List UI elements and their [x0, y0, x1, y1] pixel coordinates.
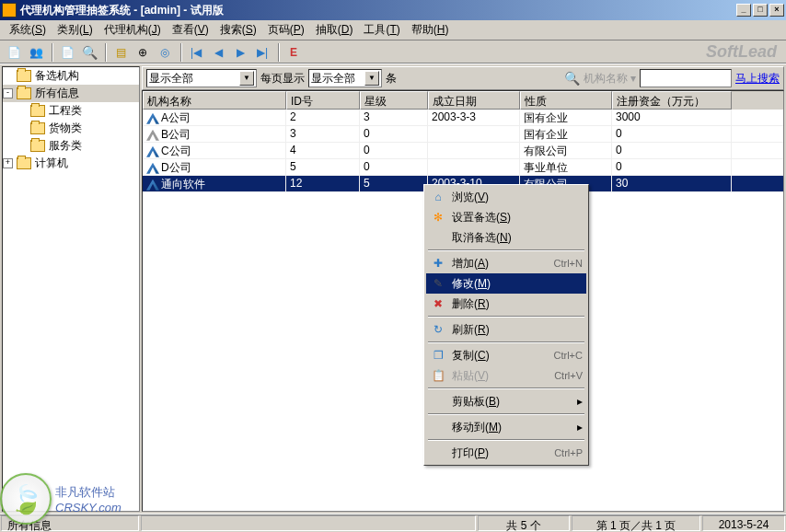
table-row[interactable]: D公司50事业单位0 [143, 159, 783, 176]
menu-item[interactable]: 搜索(S) [214, 20, 262, 40]
context-menu-item[interactable]: 取消备选(N) [426, 227, 586, 248]
context-menu-item[interactable]: ✻设置备选(S) [426, 207, 586, 227]
context-menu-item[interactable]: ⌂浏览(V) [426, 187, 586, 207]
tool-new-icon[interactable]: 📄 [4, 42, 24, 63]
column-header[interactable]: ID号 [286, 91, 360, 110]
menu-item[interactable]: 帮助(H) [406, 20, 455, 40]
tool-search-icon[interactable]: 🔍 [79, 42, 99, 63]
context-menu-item[interactable]: 📋粘贴(V)Ctrl+V [426, 365, 586, 386]
menu-item[interactable]: 系统(S) [4, 20, 52, 40]
brand-label: SoftLead [706, 42, 777, 62]
tree-panel: 备选机构-所有信息工程类货物类服务类+计算机 [2, 66, 140, 512]
context-menu-item[interactable]: ↻刷新(R) [426, 319, 586, 340]
menu-item[interactable]: 代理机构(J) [98, 20, 167, 40]
column-header[interactable]: 注册资金（万元） [612, 91, 732, 110]
table-row[interactable]: C公司40有限公司0 [143, 143, 783, 159]
context-menu-item[interactable]: ✖删除(R) [426, 294, 586, 314]
tree-node[interactable]: 服务类 [3, 137, 139, 155]
column-header[interactable]: 性质 [520, 91, 612, 110]
column-header[interactable]: 机构名称 [143, 91, 286, 110]
status-bar: 所有信息 共 5 个 第 1 页／共 1 页 2013-5-24 [0, 514, 786, 532]
tool-exit-icon[interactable]: E [283, 42, 304, 63]
perpage-combo[interactable]: 显示全部▼ [308, 69, 382, 87]
table-row[interactable]: B公司30国有企业0 [143, 126, 783, 143]
tool-first-icon[interactable]: |◀ [186, 42, 206, 63]
context-menu: ⌂浏览(V)✻设置备选(S)取消备选(N)✚增加(A)Ctrl+N✎修改(M)✖… [423, 184, 589, 466]
context-menu-item[interactable]: 移动到(M)▸ [426, 417, 586, 437]
show-all-combo[interactable]: 显示全部▼ [146, 69, 257, 87]
tree-node[interactable]: +计算机 [3, 155, 139, 172]
status-date: 2013-5-24 [702, 515, 785, 531]
tree-node[interactable]: 工程类 [3, 102, 139, 120]
tree-node[interactable]: 货物类 [3, 120, 139, 137]
perpage-label: 每页显示 [260, 71, 305, 87]
tool-users-icon[interactable]: 👥 [26, 42, 46, 63]
status-left: 所有信息 [1, 515, 139, 531]
context-menu-item[interactable]: ❐复制(C)Ctrl+C [426, 345, 586, 365]
menu-item[interactable]: 工具(T) [358, 20, 405, 40]
tool-globe-icon[interactable]: ⊕ [133, 42, 153, 63]
column-header[interactable]: 星级 [360, 91, 428, 110]
table-row[interactable]: A公司232003-3-3国有企业3000 [143, 110, 783, 126]
search-field-combo[interactable]: 机构名称 ▾ [584, 71, 636, 87]
tool-next-icon[interactable]: ▶ [230, 42, 250, 63]
maximize-button[interactable]: □ [753, 4, 768, 17]
search-now-link[interactable]: 马上搜索 [735, 71, 780, 87]
context-menu-item[interactable]: 剪贴板(B)▸ [426, 391, 586, 411]
tool-file-icon[interactable]: 📄 [57, 42, 77, 63]
tool-target-icon[interactable]: ◎ [155, 42, 175, 63]
tool-prev-icon[interactable]: ◀ [208, 42, 228, 63]
window-title: 代理机构管理抽签系统 - [admin] - 试用版 [20, 3, 734, 18]
minimize-button[interactable]: _ [736, 4, 751, 17]
menu-item[interactable]: 抽取(D) [310, 20, 359, 40]
menu-bar: 系统(S)类别(L)代理机构(J)查看(V)搜索(S)页码(P)抽取(D)工具(… [0, 20, 786, 40]
filter-bar: 显示全部▼ 每页显示 显示全部▼ 条 🔍 机构名称 ▾ 马上搜索 [142, 66, 784, 90]
search-icon: 🔍 [564, 71, 580, 86]
title-bar: 代理机构管理抽签系统 - [admin] - 试用版 _ □ × [0, 0, 786, 20]
status-spacer [141, 515, 476, 531]
app-icon [2, 3, 17, 17]
menu-item[interactable]: 查看(V) [167, 20, 214, 40]
tiao-label: 条 [386, 71, 397, 87]
context-menu-item[interactable]: ✎修改(M) [426, 273, 586, 294]
status-page: 第 1 页／共 1 页 [572, 515, 700, 531]
search-input[interactable] [640, 69, 732, 87]
menu-item[interactable]: 类别(L) [52, 20, 98, 40]
context-menu-item[interactable]: ✚增加(A)Ctrl+N [426, 253, 586, 273]
close-button[interactable]: × [769, 4, 784, 17]
toolbar: 📄 👥 📄 🔍 ▤ ⊕ ◎ |◀ ◀ ▶ ▶| E SoftLead [0, 40, 786, 64]
context-menu-item[interactable]: 打印(P)Ctrl+P [426, 443, 586, 463]
tree-node[interactable]: -所有信息 [3, 85, 139, 102]
column-header[interactable]: 成立日期 [428, 91, 520, 110]
grid-header: 机构名称ID号星级成立日期性质注册资金（万元） [143, 91, 783, 110]
status-count: 共 5 个 [478, 515, 570, 531]
tree-node[interactable]: 备选机构 [3, 67, 139, 85]
menu-item[interactable]: 页码(P) [262, 20, 310, 40]
tool-list-icon[interactable]: ▤ [110, 42, 131, 63]
tool-last-icon[interactable]: ▶| [252, 42, 272, 63]
